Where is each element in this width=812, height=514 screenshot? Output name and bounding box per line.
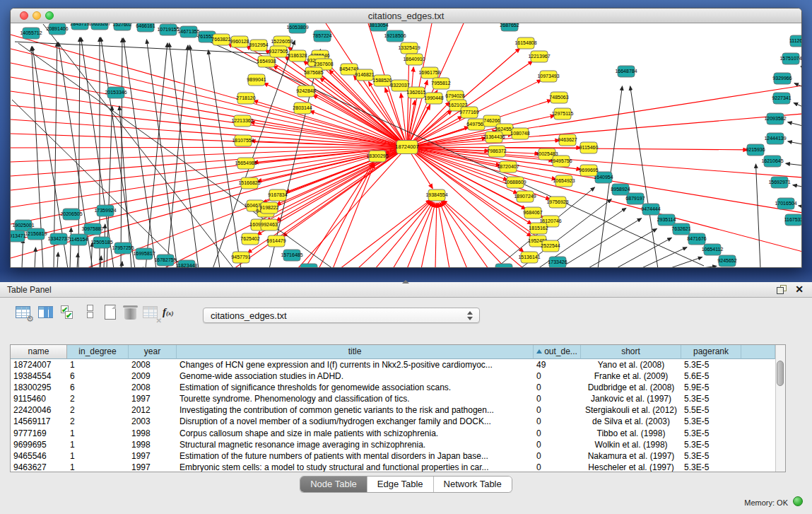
table-cell-short[interactable]: Dudbridge et al. (2008) bbox=[581, 382, 681, 393]
table-cell-name[interactable]: 9115460 bbox=[11, 393, 67, 404]
float-window-icon[interactable] bbox=[777, 285, 787, 294]
table-cell-in-degree[interactable]: 6 bbox=[67, 382, 129, 393]
table-cell-in-degree[interactable]: 1 bbox=[67, 428, 129, 439]
table-cell-title[interactable]: Structural magnetic resonance image aver… bbox=[177, 439, 534, 450]
scrollbar-thumb[interactable] bbox=[777, 361, 784, 386]
column-header-title[interactable]: title bbox=[177, 345, 534, 359]
table-cell-name[interactable]: 9463627 bbox=[11, 462, 67, 472]
table-selector-dropdown[interactable]: citations_edges.txt bbox=[203, 308, 480, 323]
table-cell-short[interactable]: Franke et al. (2009) bbox=[581, 370, 681, 382]
table-cell-short[interactable]: Stergiakouli et al. (2012) bbox=[581, 404, 681, 416]
table-cell-pagerank[interactable]: 5.6E-5 bbox=[681, 370, 741, 382]
graph-node[interactable] bbox=[300, 264, 317, 267]
table-cell-short[interactable]: Hescheler et al. (1997) bbox=[581, 462, 681, 472]
table-cell-pagerank[interactable]: 5.3E-5 bbox=[681, 439, 741, 450]
table-row[interactable]: 1830029562008Estimation of significance … bbox=[11, 382, 775, 393]
table-cell-year[interactable]: 1997 bbox=[129, 393, 177, 404]
table-row[interactable]: 2242004622012Investigating the contribut… bbox=[11, 404, 775, 416]
table-cell-out-de-[interactable]: 0 bbox=[534, 428, 581, 439]
table-cell-pagerank[interactable]: 5.3E-5 bbox=[681, 359, 741, 370]
table-cell-out-de-[interactable]: 0 bbox=[534, 404, 581, 416]
table-cell-out-de-[interactable]: 0 bbox=[534, 393, 581, 404]
function-builder-icon[interactable]: f(x) bbox=[163, 305, 181, 324]
table-cell-pagerank[interactable]: 5.3E-5 bbox=[681, 416, 741, 427]
table-cell-title[interactable]: Tourette syndrome. Phenomenology and cla… bbox=[177, 393, 534, 404]
table-cell-year[interactable]: 2008 bbox=[129, 382, 177, 393]
table-cell-short[interactable]: Nakamura et al. (1997) bbox=[581, 450, 681, 462]
table-cell-title[interactable]: Corpus callosum shape and size in male p… bbox=[177, 428, 534, 439]
select-all-rows-icon[interactable]: ✔ ✔ bbox=[59, 303, 78, 322]
table-cell-name[interactable]: 22420046 bbox=[11, 404, 67, 416]
table-cell-year[interactable]: 1997 bbox=[129, 450, 177, 462]
table-cell-in-degree[interactable]: 1 bbox=[67, 450, 129, 462]
table-cell-pagerank[interactable]: 5.9E-5 bbox=[681, 382, 741, 393]
table-row[interactable]: 1938455462009Genome-wide association stu… bbox=[11, 370, 775, 382]
table-cell-short[interactable]: Tibbo et al. (1998) bbox=[581, 428, 681, 439]
table-cell-year[interactable]: 1997 bbox=[129, 462, 177, 472]
table-cell-out-de-[interactable]: 0 bbox=[534, 439, 581, 450]
network-canvas[interactable]: 1405571220891406284371910653267152760264… bbox=[11, 23, 801, 267]
table-cell-out-de-[interactable]: 0 bbox=[534, 462, 581, 472]
table-cell-short[interactable]: Jankovic et al. (1997) bbox=[581, 393, 681, 404]
tab-edge-table[interactable]: Edge Table bbox=[367, 477, 434, 492]
table-cell-name[interactable]: 18724007 bbox=[11, 359, 67, 370]
table-cell-pagerank[interactable]: 5.3E-5 bbox=[681, 450, 741, 462]
table-cell-name[interactable]: 9699695 bbox=[11, 439, 67, 450]
table-cell-in-degree[interactable]: 2 bbox=[67, 404, 129, 416]
table-cell-in-degree[interactable]: 1 bbox=[67, 359, 129, 370]
table-cell-title[interactable]: Genome-wide association studies in ADHD. bbox=[177, 370, 534, 382]
vertical-scrollbar[interactable] bbox=[775, 345, 785, 472]
row-stack-icon[interactable] bbox=[82, 303, 100, 322]
show-columns-icon[interactable] bbox=[37, 303, 55, 322]
table-row[interactable]: 1872400712008Changes of HCN gene express… bbox=[11, 359, 775, 370]
table-cell-title[interactable]: Estimation of the future numbers of pati… bbox=[177, 450, 534, 462]
table-cell-pagerank[interactable]: 5.5E-5 bbox=[681, 404, 741, 416]
delete-icon[interactable] bbox=[122, 303, 140, 322]
column-header-short[interactable]: short bbox=[581, 345, 681, 359]
column-header-out-de-[interactable]: out_de... bbox=[534, 345, 581, 359]
table-row[interactable]: 946362711997Embryonic stem cells: a mode… bbox=[11, 462, 775, 472]
memory-status-indicator[interactable] bbox=[793, 496, 803, 506]
table-settings-icon[interactable]: ⚙ bbox=[14, 303, 33, 322]
table-cell-year[interactable]: 2003 bbox=[129, 416, 177, 427]
tab-network-table[interactable]: Network Table bbox=[434, 477, 512, 492]
table-cell-short[interactable]: de Silva et al. (2003) bbox=[581, 416, 681, 427]
table-cell-title[interactable]: Investigating the contribution of common… bbox=[177, 404, 534, 416]
table-cell-year[interactable]: 2008 bbox=[129, 359, 177, 370]
table-cell-name[interactable]: 18300295 bbox=[11, 382, 67, 393]
table-row[interactable]: 946554611997Estimation of the future num… bbox=[11, 450, 775, 462]
table-cell-pagerank[interactable]: 5.3E-5 bbox=[681, 428, 741, 439]
table-cell-out-de-[interactable]: 0 bbox=[534, 382, 581, 393]
table-cell-pagerank[interactable]: 5.3E-5 bbox=[681, 393, 741, 404]
close-panel-icon[interactable]: ✕ bbox=[795, 284, 804, 295]
table-cell-title[interactable]: Embryonic stem cells: a model to study s… bbox=[177, 462, 534, 472]
table-row[interactable]: 977716911998Corpus callosum shape and si… bbox=[11, 428, 775, 439]
tab-node-table[interactable]: Node Table bbox=[300, 477, 367, 492]
graph-node[interactable] bbox=[495, 264, 512, 267]
table-cell-pagerank[interactable]: 5.3E-5 bbox=[681, 462, 741, 472]
table-cell-in-degree[interactable]: 6 bbox=[67, 370, 129, 382]
table-cell-name[interactable]: 14569117 bbox=[11, 416, 67, 427]
new-file-icon[interactable] bbox=[102, 303, 120, 322]
table-row[interactable]: 1456911722003Disruption of a novel membe… bbox=[11, 416, 775, 427]
table-cell-title[interactable]: Changes of HCN gene expression and I(f) … bbox=[177, 359, 534, 370]
table-cell-out-de-[interactable]: 49 bbox=[534, 359, 581, 370]
table-cell-name[interactable]: 9777169 bbox=[11, 428, 67, 439]
table-row[interactable]: 911546021997Tourette syndrome. Phenomeno… bbox=[11, 393, 775, 404]
table-cell-in-degree[interactable]: 2 bbox=[67, 416, 129, 427]
table-cell-out-de-[interactable]: 0 bbox=[534, 416, 581, 427]
table-cell-in-degree[interactable]: 1 bbox=[67, 439, 129, 450]
panel-divider-handle[interactable] bbox=[402, 280, 409, 284]
table-cell-title[interactable]: Estimation of significance thresholds fo… bbox=[177, 382, 534, 393]
table-cell-in-degree[interactable]: 2 bbox=[67, 393, 129, 404]
table-cell-short[interactable]: Wolkin et al. (1998) bbox=[581, 439, 681, 450]
table-cell-out-de-[interactable]: 0 bbox=[534, 450, 581, 462]
table-cell-year[interactable]: 2009 bbox=[129, 370, 177, 382]
table-cell-year[interactable]: 2012 bbox=[129, 404, 177, 416]
column-header-name[interactable]: name bbox=[11, 345, 67, 359]
table-row[interactable]: 969969511998Structural magnetic resonanc… bbox=[11, 439, 775, 450]
column-header-pagerank[interactable]: pagerank bbox=[681, 345, 741, 359]
table-cell-year[interactable]: 1998 bbox=[129, 428, 177, 439]
table-cell-out-de-[interactable]: 0 bbox=[534, 370, 581, 382]
table-cell-short[interactable]: Yano et al. (2008) bbox=[581, 359, 681, 370]
